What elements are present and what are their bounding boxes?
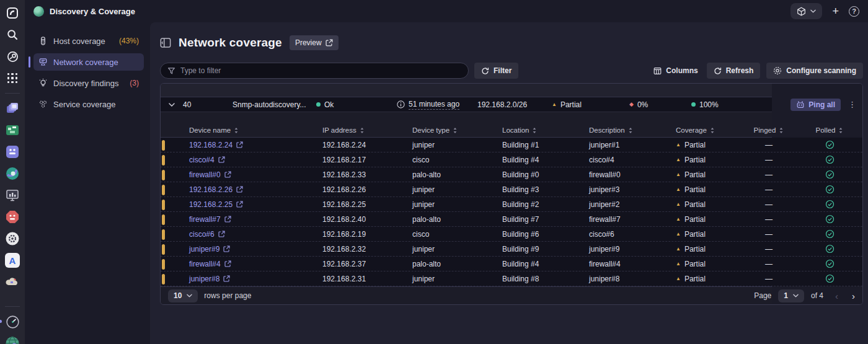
- device-name: 192.168.2.26: [189, 185, 232, 194]
- sort-icon: [234, 127, 239, 134]
- network-table-header: Devices Configuration Scanning Last scan…: [161, 84, 862, 97]
- device-name-link[interactable]: cisco#4: [189, 156, 225, 164]
- col-device-pinged[interactable]: Pinged: [741, 126, 797, 134]
- device-name-link[interactable]: 192.168.2.24: [189, 141, 243, 149]
- device-row[interactable]: cisco#6 192.168.2.19 cisco Building #6 c…: [161, 227, 862, 242]
- refresh-button[interactable]: Refresh: [707, 63, 761, 79]
- col-device-coverage[interactable]: Coverage: [676, 126, 741, 134]
- next-page-button[interactable]: ›: [852, 291, 855, 301]
- infrastructure-app-icon[interactable]: [4, 100, 20, 117]
- device-name-link[interactable]: firewall#0: [189, 170, 231, 179]
- device-row[interactable]: cisco#4 192.168.2.17 cisco Building #4 c…: [161, 152, 862, 167]
- device-row[interactable]: juniper#8 192.168.2.31 juniper Building …: [161, 271, 862, 286]
- external-link-icon: [224, 171, 231, 178]
- prev-page-button[interactable]: ‹: [835, 291, 838, 301]
- logo-icon[interactable]: [4, 5, 20, 21]
- last-scan[interactable]: 51 minutes ago: [397, 100, 477, 110]
- dashboards-app-icon[interactable]: [4, 144, 20, 160]
- sidebar-item-network-coverage[interactable]: Network coverage: [33, 53, 144, 71]
- device-name-link[interactable]: juniper#8: [189, 275, 230, 283]
- metrics-map-app-icon[interactable]: [4, 122, 20, 138]
- filter-input[interactable]: [160, 63, 469, 79]
- sort-icon: [710, 127, 715, 134]
- cloud-app-icon[interactable]: [4, 274, 20, 290]
- synthetics-app-icon[interactable]: [4, 165, 20, 182]
- device-name: juniper#9: [189, 245, 219, 254]
- col-location[interactable]: Location: [502, 126, 589, 134]
- device-pinged: —: [741, 170, 797, 179]
- device-polled: [797, 140, 862, 149]
- device-ip: 192.168.2.40: [322, 215, 412, 224]
- device-row[interactable]: firewall#7 192.168.2.40 palo-alto Buildi…: [161, 212, 862, 227]
- rows-per-page-select[interactable]: 10: [168, 289, 198, 302]
- device-name-link[interactable]: firewall#4: [189, 260, 231, 268]
- col-description[interactable]: Description: [589, 126, 676, 134]
- device-coverage: ▲Partial: [676, 156, 741, 164]
- check-circle-icon: [825, 214, 835, 224]
- device-row[interactable]: 192.168.2.25 192.168.2.25 juniper Buildi…: [161, 197, 862, 212]
- col-ip-address[interactable]: IP address: [322, 126, 412, 134]
- spacer: [161, 112, 862, 123]
- monitor-chart-app-icon[interactable]: [4, 187, 20, 203]
- device-location: Building #8: [502, 275, 589, 283]
- device-location: Building #6: [502, 230, 589, 239]
- ping-all-button[interactable]: Ping all: [790, 99, 841, 111]
- error-tracking-app-icon[interactable]: [4, 209, 20, 225]
- sidebar-item-host-coverage[interactable]: Host coverage (43%): [33, 32, 144, 50]
- check-circle-icon: [825, 140, 835, 149]
- help-button[interactable]: ?: [849, 6, 859, 17]
- col-device-polled[interactable]: Polled: [797, 126, 862, 134]
- device-name-link[interactable]: 192.168.2.25: [189, 200, 243, 209]
- device-name-link[interactable]: 192.168.2.26: [189, 185, 243, 194]
- device-name-link[interactable]: cisco#6: [189, 230, 225, 239]
- sidebar-item-discovery-findings[interactable]: Discovery findings (3): [33, 74, 144, 92]
- apm-a-app-icon[interactable]: A: [4, 252, 20, 268]
- apps-grid-icon[interactable]: [4, 70, 20, 86]
- scope-selector[interactable]: [790, 3, 822, 19]
- settings-circle-app-icon[interactable]: [4, 231, 20, 247]
- expand-chevron-icon[interactable]: [161, 103, 183, 107]
- device-name-link[interactable]: firewall#7: [189, 215, 231, 224]
- page-value: 1: [784, 291, 788, 300]
- gauge-app-icon[interactable]: [4, 314, 20, 330]
- collapse-sidebar-icon[interactable]: [160, 37, 171, 48]
- external-link-icon: [218, 231, 225, 237]
- col-device-name[interactable]: Device name: [189, 126, 322, 134]
- sidebar-item-service-coverage[interactable]: Service coverage: [33, 95, 144, 113]
- col-device-type[interactable]: Device type: [412, 126, 502, 134]
- device-row[interactable]: 192.168.2.26 192.168.2.26 juniper Buildi…: [161, 182, 862, 197]
- watchdog-icon[interactable]: [4, 48, 20, 64]
- add-button[interactable]: +: [832, 6, 839, 17]
- configure-scanning-button[interactable]: Configure scanning: [766, 63, 863, 79]
- device-name-link[interactable]: juniper#9: [189, 245, 230, 254]
- device-type: juniper: [412, 275, 502, 283]
- ip-range-row[interactable]: 40 Snmp-autodiscovery... Ok 51 minutes a…: [161, 97, 862, 112]
- filter-button[interactable]: Filter: [474, 63, 518, 79]
- device-row[interactable]: firewall#4 192.168.2.37 palo-alto Buildi…: [161, 257, 862, 271]
- warning-triangle-icon: ▲: [676, 262, 681, 267]
- rail-divider: [5, 306, 20, 307]
- page-select[interactable]: 1: [778, 289, 804, 302]
- device-row[interactable]: 192.168.2.24 192.168.2.24 juniper Buildi…: [161, 138, 862, 152]
- search-icon[interactable]: [4, 27, 20, 43]
- rows-per-page-value: 10: [174, 291, 182, 300]
- device-description: juniper#9: [589, 245, 676, 254]
- external-link-icon: [223, 275, 230, 282]
- device-description: firewall#4: [589, 260, 676, 268]
- device-pinged: —: [741, 156, 797, 164]
- device-ip: 192.168.2.25: [322, 200, 412, 209]
- device-polled: [797, 170, 862, 179]
- device-name: firewall#4: [189, 260, 221, 268]
- preview-button[interactable]: Preview: [290, 35, 339, 50]
- row-menu-kebab-icon[interactable]: ⋮: [848, 100, 856, 108]
- columns-button[interactable]: Columns: [651, 66, 700, 75]
- external-link-icon: [326, 39, 333, 46]
- network-globe-app-icon[interactable]: [4, 335, 20, 344]
- check-circle-icon: [825, 274, 835, 283]
- cube-icon: [797, 7, 806, 16]
- rail-active-dot: [0, 320, 2, 323]
- device-polled: [797, 244, 862, 254]
- warning-triangle-icon: ▲: [676, 172, 681, 177]
- device-row[interactable]: juniper#9 192.168.2.32 juniper Building …: [161, 242, 862, 257]
- device-row[interactable]: firewall#0 192.168.2.33 palo-alto Buildi…: [161, 167, 862, 182]
